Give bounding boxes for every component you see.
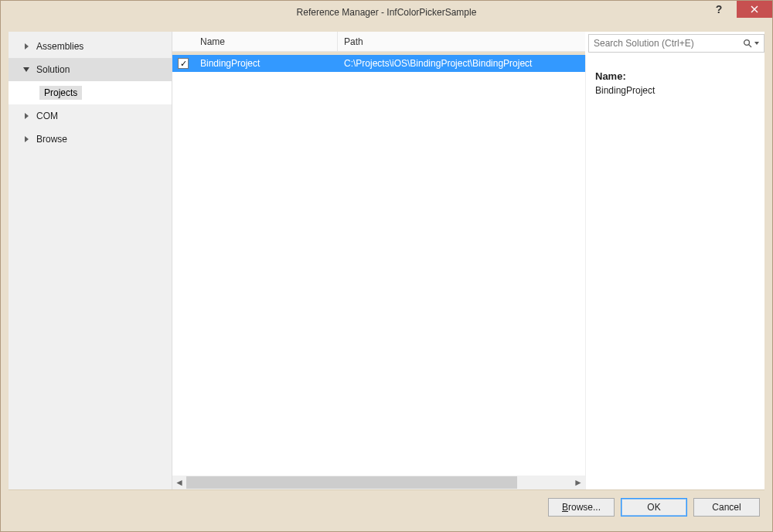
main-row: Assemblies Solution Projects COM Browse bbox=[9, 32, 764, 489]
checkbox-checked-icon[interactable]: ✓ bbox=[178, 58, 189, 69]
sidebar-item-label: COM bbox=[36, 111, 58, 121]
category-sidebar: Assemblies Solution Projects COM Browse bbox=[9, 32, 172, 489]
ok-button[interactable]: OK bbox=[621, 498, 687, 517]
sidebar-item-solution[interactable]: Solution bbox=[9, 58, 172, 81]
search-box[interactable] bbox=[588, 34, 764, 53]
column-header-check[interactable] bbox=[172, 32, 194, 51]
sidebar-item-assemblies[interactable]: Assemblies bbox=[9, 35, 172, 58]
svg-point-2 bbox=[744, 40, 750, 46]
detail-name-label: Name: bbox=[595, 70, 755, 82]
row-name: BindingProject bbox=[194, 58, 338, 69]
row-checkbox-cell[interactable]: ✓ bbox=[172, 58, 194, 69]
scroll-left-arrow-icon[interactable]: ◄ bbox=[172, 476, 186, 489]
row-path: C:\Projects\iOS\BindingProject\BindingPr… bbox=[338, 58, 585, 69]
list-header: Name Path bbox=[172, 32, 585, 52]
titlebar-controls: ? bbox=[701, 1, 772, 24]
column-header-path[interactable]: Path bbox=[338, 32, 585, 51]
detail-name-value: BindingProject bbox=[595, 85, 755, 96]
cancel-button[interactable]: Cancel bbox=[693, 498, 760, 517]
help-button[interactable]: ? bbox=[701, 1, 737, 18]
titlebar[interactable]: Reference Manager - InfColorPickerSample… bbox=[1, 1, 772, 24]
browse-button[interactable]: Browse... bbox=[548, 498, 615, 517]
detail-pane: Name: BindingProject bbox=[585, 55, 764, 489]
dialog-footer: Browse... OK Cancel bbox=[9, 489, 764, 523]
scroll-track[interactable] bbox=[186, 476, 571, 489]
dropdown-caret-icon bbox=[754, 42, 759, 45]
scroll-thumb[interactable] bbox=[186, 476, 517, 489]
chevron-right-icon bbox=[22, 135, 30, 143]
sidebar-item-browse[interactable]: Browse bbox=[9, 128, 172, 151]
sidebar-subgroup-solution: Projects bbox=[9, 81, 172, 104]
sidebar-subitem-projects[interactable]: Projects bbox=[39, 86, 82, 100]
column-header-name[interactable]: Name bbox=[194, 32, 338, 51]
scroll-right-arrow-icon[interactable]: ► bbox=[571, 476, 585, 489]
close-icon bbox=[751, 5, 758, 13]
svg-line-3 bbox=[749, 45, 751, 47]
reference-manager-window: Reference Manager - InfColorPickerSample… bbox=[0, 0, 773, 532]
chevron-down-icon bbox=[22, 66, 30, 73]
sidebar-item-com[interactable]: COM bbox=[9, 104, 172, 128]
dialog-body: Assemblies Solution Projects COM Browse bbox=[1, 24, 772, 531]
chevron-right-icon bbox=[22, 43, 30, 50]
sidebar-item-label: Assemblies bbox=[36, 41, 83, 52]
sidebar-item-label: Solution bbox=[36, 64, 70, 75]
window-title: Reference Manager - InfColorPickerSample bbox=[1, 7, 772, 18]
sidebar-item-label: Browse bbox=[36, 134, 67, 145]
center-pane: Name Path bbox=[172, 32, 764, 489]
horizontal-scrollbar[interactable]: ◄ ► bbox=[172, 476, 585, 489]
close-button[interactable] bbox=[737, 1, 772, 18]
list-row[interactable]: ✓ BindingProject C:\Projects\iOS\Binding… bbox=[172, 55, 585, 72]
chevron-right-icon bbox=[22, 112, 30, 120]
search-icon[interactable] bbox=[743, 39, 759, 48]
search-input[interactable] bbox=[594, 38, 743, 49]
project-list[interactable]: ✓ BindingProject C:\Projects\iOS\Binding… bbox=[172, 55, 585, 476]
